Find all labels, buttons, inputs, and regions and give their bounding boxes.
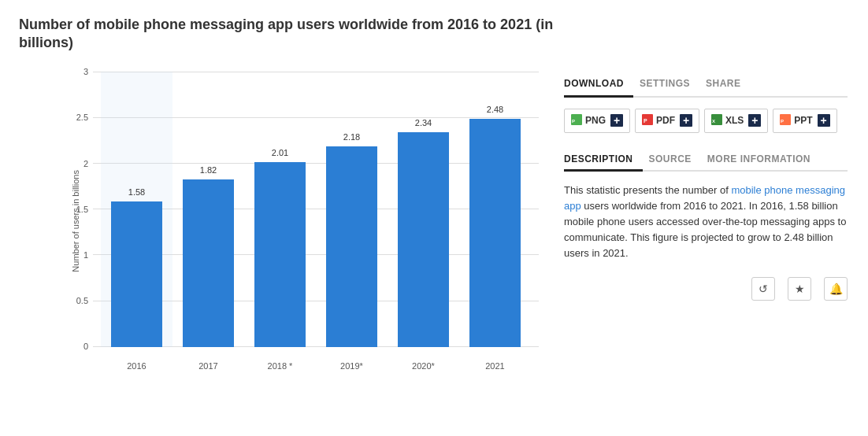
x-axis-label: 2018 *: [244, 347, 316, 371]
svg-text:P: P: [781, 119, 784, 124]
bar[interactable]: 1.58: [111, 201, 163, 346]
xls-plus: +: [748, 114, 761, 127]
chart-area: Number of users in billions 32.521.510.5…: [19, 72, 539, 371]
bar-group[interactable]: 1.82: [172, 72, 244, 347]
bar[interactable]: 2.01: [254, 162, 306, 347]
xls-label: XLS: [725, 115, 744, 126]
chart-container: Number of users in billions 32.521.510.5…: [19, 72, 539, 371]
bar-group[interactable]: 1.58: [101, 72, 172, 347]
ppt-icon: P: [780, 114, 791, 127]
x-axis-label: 2017: [172, 347, 244, 371]
download-tab-settings[interactable]: SETTINGS: [640, 72, 699, 98]
download-tab-bar: DOWNLOADSETTINGSSHARE: [564, 72, 848, 98]
bar-value-label: 2.34: [415, 118, 432, 127]
y-tick-label: 1.5: [63, 205, 88, 214]
download-btn-xls[interactable]: XXLS+: [704, 109, 768, 133]
bar[interactable]: 2.48: [469, 119, 521, 346]
bars-container: 1.581.822.012.182.342.48: [93, 72, 539, 347]
main-content: Number of users in billions 32.521.510.5…: [19, 72, 849, 371]
action-icons: ↺★🔔: [564, 277, 848, 301]
y-tick-label: 2.5: [63, 113, 88, 122]
download-tab-download[interactable]: DOWNLOAD: [564, 72, 633, 98]
bar-group[interactable]: 2.18: [316, 72, 388, 347]
png-label: PNG: [585, 115, 606, 126]
chart-inner: 32.521.510.50 1.581.822.012.182.342.48 2…: [93, 72, 539, 371]
download-btn-png[interactable]: PPNG+: [564, 109, 630, 133]
description-tab-bar: DESCRIPTIONSOURCEMORE INFORMATION: [564, 149, 848, 172]
bar-value-label: 2.18: [343, 132, 360, 142]
desc-tab-more_information[interactable]: MORE INFORMATION: [707, 149, 820, 172]
x-axis-area: 201620172018 *2019*2020*2021: [93, 347, 539, 371]
description-link[interactable]: mobile phone messaging app: [564, 184, 845, 212]
history-icon-button[interactable]: ↺: [751, 277, 775, 301]
bar-group[interactable]: 2.48: [459, 72, 531, 347]
y-tick-label: 3: [63, 67, 88, 76]
desc-tab-source[interactable]: SOURCE: [649, 149, 701, 172]
svg-text:X: X: [712, 119, 715, 124]
download-tab-share[interactable]: SHARE: [706, 72, 751, 98]
pdf-plus: +: [680, 114, 692, 127]
y-tick-label: 1: [63, 250, 88, 260]
pdf-icon: P: [642, 114, 653, 127]
x-axis-label: 2019*: [316, 347, 388, 371]
ppt-plus: +: [818, 114, 830, 127]
x-axis-label: 2016: [101, 347, 172, 371]
ppt-label: PPT: [794, 115, 812, 126]
right-panel: DOWNLOADSETTINGSSHARE PPNG+PPDF+XXLS+PPP…: [564, 72, 848, 371]
x-axis-label: 2020*: [388, 347, 459, 371]
pdf-label: PDF: [656, 115, 675, 126]
page-title: Number of mobile phone messaging app use…: [19, 16, 555, 53]
svg-text:P: P: [572, 119, 575, 124]
svg-text:P: P: [644, 118, 647, 124]
y-tick-label: 0.5: [63, 296, 88, 305]
download-buttons: PPNG+PPDF+XXLS+PPPT+: [564, 109, 848, 133]
bar-group[interactable]: 2.34: [388, 72, 459, 347]
bar[interactable]: 1.82: [183, 179, 235, 346]
bar[interactable]: 2.18: [326, 146, 378, 346]
star-icon-button[interactable]: ★: [788, 277, 811, 301]
bar[interactable]: 2.34: [398, 132, 450, 347]
download-btn-pdf[interactable]: PPDF+: [635, 109, 699, 133]
download-btn-ppt[interactable]: PPPT+: [773, 109, 836, 133]
png-plus: +: [610, 114, 623, 127]
desc-tab-description[interactable]: DESCRIPTION: [564, 149, 643, 172]
description-text: This statistic presents the number of mo…: [564, 183, 848, 262]
bar-value-label: 2.01: [272, 148, 288, 157]
bar-value-label: 1.58: [128, 187, 145, 197]
bar-value-label: 2.48: [487, 105, 503, 114]
bar-value-label: 1.82: [200, 165, 217, 175]
x-axis-label: 2021: [459, 347, 531, 371]
png-icon: P: [571, 114, 582, 127]
bar-group[interactable]: 2.01: [244, 72, 316, 347]
bell-icon-button[interactable]: 🔔: [824, 277, 848, 301]
xls-icon: X: [711, 114, 722, 127]
y-tick-label: 0: [63, 342, 88, 351]
y-tick-label: 2: [63, 159, 88, 168]
